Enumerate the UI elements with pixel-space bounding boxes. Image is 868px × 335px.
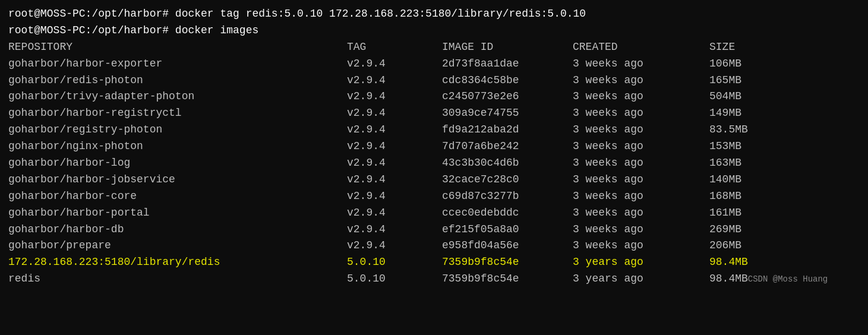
col-id: 32cace7c28c0 [442,172,573,188]
watermark: CSDN @Moss Huang [748,274,828,284]
col-tag: v2.9.4 [347,56,442,72]
col-id: fd9a212aba2d [442,122,573,138]
table-row: goharbor/harbor-dbv2.9.4ef215f05a8a03 we… [8,222,860,238]
col-repo: goharbor/harbor-core [8,188,347,205]
col-created: 3 weeks ago [573,205,709,222]
col-tag: v2.9.4 [347,89,442,105]
col-id: 309a9ce74755 [442,105,573,122]
col-tag: v2.9.4 [347,155,442,172]
col-id: c69d87c3277b [442,188,573,205]
table-row: goharbor/harbor-registryctlv2.9.4309a9ce… [8,105,860,122]
col-created: 3 weeks ago [573,172,709,188]
image-table-body: goharbor/harbor-exporterv2.9.42d73f8aa1d… [8,56,860,287]
table-row: goharbor/registry-photonv2.9.4fd9a212aba… [8,122,860,138]
col-size: 106MB [709,56,781,72]
col-created: 3 years ago [573,271,709,287]
col-created: 3 weeks ago [573,72,709,89]
command-line-2: root@MOSS-PC:/opt/harbor# docker images [8,23,860,39]
col-created: 3 weeks ago [573,188,709,205]
col-size: 504MB [709,89,781,105]
command-line-1: root@MOSS-PC:/opt/harbor# docker tag red… [8,6,860,23]
header-id: IMAGE ID [442,39,573,56]
col-id: cdc8364c58be [442,72,573,89]
table-row: goharbor/harbor-portalv2.9.4ccec0edebddc… [8,205,860,222]
table-row: goharbor/redis-photonv2.9.4cdc8364c58be3… [8,72,860,89]
col-tag: v2.9.4 [347,238,442,254]
col-size: 140MB [709,172,781,188]
col-repo: goharbor/trivy-adapter-photon [8,89,347,105]
col-tag: v2.9.4 [347,138,442,155]
col-size: 83.5MB [709,122,781,138]
col-tag: v2.9.4 [347,222,442,238]
table-row: goharbor/trivy-adapter-photonv2.9.4c2450… [8,89,860,105]
col-repo: goharbor/harbor-db [8,222,347,238]
col-created: 3 weeks ago [573,122,709,138]
header-size: SIZE [709,39,781,56]
table-row: 172.28.168.223:5180/library/redis5.0.107… [8,254,860,271]
col-size: 206MB [709,238,781,254]
header-repo: REPOSITORY [8,39,347,56]
terminal-window: root@MOSS-PC:/opt/harbor# docker tag red… [8,6,860,287]
col-id: 43c3b30c4d6b [442,155,573,172]
table-row: goharbor/harbor-jobservicev2.9.432cace7c… [8,172,860,188]
col-id: e958fd04a56e [442,238,573,254]
col-tag: 5.0.10 [347,254,442,271]
col-created: 3 weeks ago [573,155,709,172]
col-created: 3 weeks ago [573,89,709,105]
col-id: ef215f05a8a0 [442,222,573,238]
col-size: 165MB [709,72,781,89]
col-repo: goharbor/harbor-jobservice [8,172,347,188]
col-id: 7d707a6be242 [442,138,573,155]
col-repo: goharbor/nginx-photon [8,138,347,155]
header-created: CREATED [573,39,709,56]
col-id: 7359b9f8c54e [442,254,573,271]
col-repo: goharbor/harbor-log [8,155,347,172]
col-created: 3 weeks ago [573,56,709,72]
col-repo: goharbor/harbor-exporter [8,56,347,72]
col-repo: redis [8,271,347,287]
col-tag: v2.9.4 [347,72,442,89]
col-size: 98.4MB [709,254,781,271]
table-row: goharbor/harbor-corev2.9.4c69d87c3277b3 … [8,188,860,205]
col-repo: goharbor/redis-photon [8,72,347,89]
col-tag: v2.9.4 [347,188,442,205]
col-created: 3 weeks ago [573,238,709,254]
header-tag: TAG [347,39,442,56]
table-row: redis5.0.107359b9f8c54e3 years ago98.4MB… [8,271,860,287]
col-created: 3 weeks ago [573,138,709,155]
table-row: goharbor/preparev2.9.4e958fd04a56e3 week… [8,238,860,254]
col-created: 3 weeks ago [573,105,709,122]
col-tag: v2.9.4 [347,172,442,188]
table-row: goharbor/harbor-logv2.9.443c3b30c4d6b3 w… [8,155,860,172]
col-id: c2450773e2e6 [442,89,573,105]
col-size: 161MB [709,205,781,222]
table-row: goharbor/nginx-photonv2.9.47d707a6be2423… [8,138,860,155]
col-created: 3 weeks ago [573,222,709,238]
col-repo: goharbor/harbor-registryctl [8,105,347,122]
col-repo: 172.28.168.223:5180/library/redis [8,254,347,271]
col-size: 153MB [709,138,781,155]
col-size: 163MB [709,155,781,172]
col-repo: goharbor/prepare [8,238,347,254]
col-tag: v2.9.4 [347,105,442,122]
col-repo: goharbor/registry-photon [8,122,347,138]
col-size: 149MB [709,105,781,122]
table-row: goharbor/harbor-exporterv2.9.42d73f8aa1d… [8,56,860,72]
col-id: 2d73f8aa1dae [442,56,573,72]
col-tag: v2.9.4 [347,205,442,222]
col-tag: 5.0.10 [347,271,442,287]
col-id: 7359b9f8c54e [442,271,573,287]
col-size: 269MB [709,222,781,238]
col-size: 98.4MBCSDN @Moss Huang [709,271,781,287]
col-size: 168MB [709,188,781,205]
col-tag: v2.9.4 [347,122,442,138]
col-created: 3 years ago [573,254,709,271]
table-header: REPOSITORY TAG IMAGE ID CREATED SIZE [8,39,860,56]
col-id: ccec0edebddc [442,205,573,222]
col-repo: goharbor/harbor-portal [8,205,347,222]
